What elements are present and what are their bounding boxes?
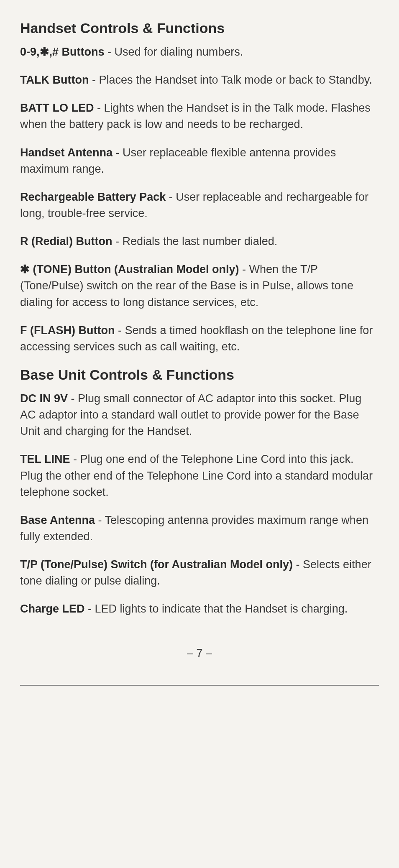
entry-batt-lo-led: BATT LO LED - Lights when the Handset is… <box>20 100 379 133</box>
entry-redial-button: R (Redial) Button - Redials the last num… <box>20 233 379 250</box>
entry-tel-line: TEL LINE - Plug one end of the Telephone… <box>20 451 379 500</box>
page-number: – 7 – <box>20 647 379 660</box>
desc: - Plug one end of the Telephone Line Cor… <box>20 453 373 498</box>
term: Handset Antenna <box>20 146 113 159</box>
term: TEL LINE <box>20 453 70 465</box>
desc: - Redials the last number dialed. <box>112 235 277 248</box>
desc: - Used for dialing numbers. <box>105 46 243 58</box>
entry-flash-button: F (FLASH) Button - Sends a timed hookfla… <box>20 322 379 355</box>
term: F (FLASH) Button <box>20 324 115 337</box>
section-heading-handset: Handset Controls & Functions <box>20 20 379 36</box>
desc: - LED lights to indicate that the Handse… <box>85 602 348 615</box>
entry-dc-in-9v: DC IN 9V - Plug small connector of AC ad… <box>20 391 379 439</box>
entry-buttons: 0-9,✱,# Buttons - Used for dialing numbe… <box>20 44 379 60</box>
entry-battery-pack: Rechargeable Battery Pack - User replace… <box>20 189 379 222</box>
term: T/P (Tone/Pulse) Switch (for Australian … <box>20 558 293 571</box>
term: Base Antenna <box>20 514 95 526</box>
entry-tp-switch: T/P (Tone/Pulse) Switch (for Australian … <box>20 557 379 589</box>
divider-line <box>20 685 379 686</box>
term: 0-9,✱,# Buttons <box>20 46 105 58</box>
term: TALK Button <box>20 74 89 86</box>
entry-tone-button: ✱ (TONE) Button (Australian Model only) … <box>20 261 379 310</box>
term: BATT LO LED <box>20 102 94 114</box>
entry-charge-led: Charge LED - LED lights to indicate that… <box>20 601 379 617</box>
term: Charge LED <box>20 602 85 615</box>
desc: - Places the Handset into Talk mode or b… <box>89 74 372 86</box>
entry-talk-button: TALK Button - Places the Handset into Ta… <box>20 72 379 88</box>
term: ✱ (TONE) Button (Australian Model only) <box>20 263 239 276</box>
term: DC IN 9V <box>20 392 68 405</box>
entry-base-antenna: Base Antenna - Telescoping antenna provi… <box>20 512 379 545</box>
desc: - Plug small connector of AC adaptor int… <box>20 392 361 437</box>
entry-handset-antenna: Handset Antenna - User replaceable flexi… <box>20 145 379 177</box>
section-heading-base: Base Unit Controls & Functions <box>20 367 379 383</box>
term: R (Redial) Button <box>20 235 112 248</box>
term: Rechargeable Battery Pack <box>20 191 166 203</box>
